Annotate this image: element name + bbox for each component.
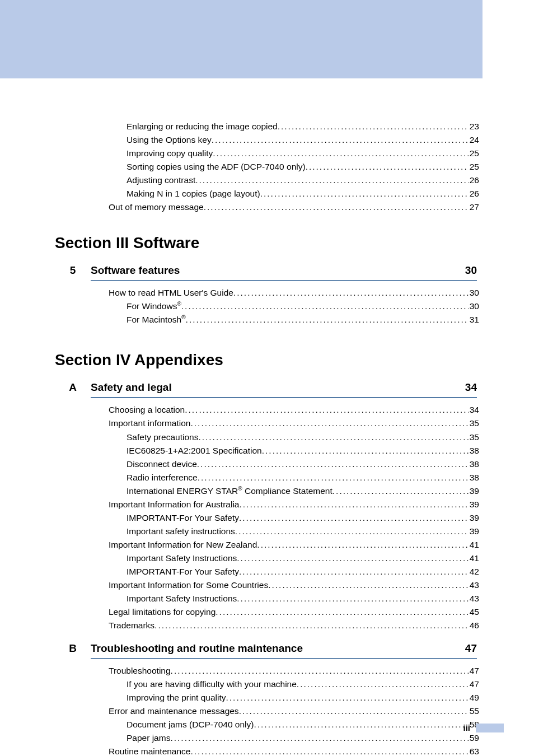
toc-top-row[interactable]: Enlarging or reducing the image copied 2…: [55, 120, 479, 133]
toc-leader-dots: [239, 498, 468, 511]
toc-entry-label: Out of memory message: [109, 200, 204, 214]
toc-entry-label: Important Safety Instructions: [127, 592, 237, 605]
toc-entry-label: Important Information for Some Countries: [109, 578, 268, 592]
chapter-a-page: 34: [465, 381, 479, 394]
toc-leader-dots: [237, 592, 468, 605]
toc-entry-label: Troubleshooting: [109, 664, 171, 678]
toc-entry-label: Important Information for New Zealand: [109, 538, 257, 552]
toc-entry-page: 45: [469, 605, 479, 619]
toc-entry-label: If you are having difficulty with your m…: [127, 678, 297, 691]
registered-mark: ®: [177, 301, 181, 307]
toc-entry-page: 26: [469, 174, 479, 187]
toc-secB-row[interactable]: If you are having difficulty with your m…: [55, 678, 479, 691]
toc-entry-label: Radio interference: [127, 471, 198, 484]
toc-secA-row[interactable]: Important Safety Instructions 43: [55, 592, 479, 605]
toc-leader-dots: [204, 200, 469, 214]
toc-secB-row[interactable]: Paper jams 59: [55, 731, 479, 745]
toc-entry-page: 39: [469, 525, 479, 538]
toc-top-row[interactable]: Improving copy quality 25: [55, 147, 479, 160]
toc-entry-page: 30: [469, 300, 479, 313]
toc-leader-dots: [213, 147, 469, 160]
toc-secA-row[interactable]: IEC60825-1+A2:2001 Specification 38: [55, 444, 479, 458]
toc-entry-page: 38: [469, 471, 479, 484]
toc-leader-dots: [306, 160, 469, 174]
toc-chapter-a: Choosing a location 34Important informat…: [55, 403, 479, 632]
toc-entry-page: 34: [469, 403, 479, 417]
toc-top-row[interactable]: Adjusting contrast 26: [55, 174, 479, 187]
toc-entry-page: 47: [469, 678, 479, 691]
toc-secA-row[interactable]: Safety precautions 35: [55, 431, 479, 444]
toc-entry-label: For Macintosh®: [127, 313, 186, 326]
toc-leader-dots: [262, 444, 469, 458]
toc-top-row[interactable]: Out of memory message 27: [55, 200, 479, 214]
toc-leader-dots: [197, 458, 469, 471]
toc-leader-dots: [235, 525, 469, 538]
toc-secA-row[interactable]: IMPORTANT-For Your Safety 39: [55, 511, 479, 525]
toc-entry-page: 39: [469, 498, 479, 511]
toc-entry-page: 24: [469, 133, 479, 147]
toc-entry-label: Important Safety Instructions: [127, 552, 237, 565]
toc-secA-row[interactable]: Disconnect device 38: [55, 458, 479, 471]
page-number: iii: [463, 723, 470, 732]
chapter-a-number: A: [55, 381, 91, 394]
toc-secA-row[interactable]: Important Safety Instructions 41: [55, 552, 479, 565]
toc-top-row[interactable]: Making N in 1 copies (page layout) 26: [55, 187, 479, 200]
toc-leader-dots: [170, 731, 468, 745]
toc-entry-page: 25: [469, 147, 479, 160]
toc-leader-dots: [332, 484, 469, 498]
toc-entry-label: Improving copy quality: [127, 147, 213, 160]
toc-section-3: How to read HTML User's Guide 30For Wind…: [55, 286, 479, 326]
toc-sec3-row[interactable]: For Macintosh® 31: [55, 313, 479, 326]
toc-secA-row[interactable]: Important information 35: [55, 417, 479, 430]
toc-secA-row[interactable]: IMPORTANT-For Your Safety 42: [55, 565, 479, 578]
toc-entry-page: 35: [469, 431, 479, 444]
toc-sec3-row[interactable]: How to read HTML User's Guide 30: [55, 286, 479, 300]
toc-secA-row[interactable]: Trademarks 46: [55, 619, 479, 632]
toc-secA-row[interactable]: Important Information for New Zealand 41: [55, 538, 479, 552]
chapter-5-page: 30: [465, 264, 479, 277]
toc-secA-row[interactable]: Important safety instructions 39: [55, 525, 479, 538]
toc-secA-row[interactable]: Legal limitations for copying 45: [55, 605, 479, 619]
section-3-title: Section III Software: [55, 234, 479, 252]
toc-secA-row[interactable]: Important Information for Some Countries…: [55, 578, 479, 592]
toc-leader-dots: [239, 511, 469, 525]
toc-secA-row[interactable]: Choosing a location 34: [55, 403, 479, 417]
toc-secB-row[interactable]: Improving the print quality 49: [55, 691, 479, 704]
toc-entry-page: 39: [469, 484, 479, 498]
toc-sec3-row[interactable]: For Windows® 30: [55, 300, 479, 313]
toc-top-row[interactable]: Using the Options key 24: [55, 133, 479, 147]
toc-entry-label: Important Information for Australia: [109, 498, 239, 511]
toc-chapter-b: Troubleshooting 47If you are having diff…: [55, 664, 479, 756]
toc-leader-dots: [154, 619, 469, 632]
toc-entry-label: Using the Options key: [127, 133, 212, 147]
toc-entry-page: 38: [469, 458, 479, 471]
toc-secA-row[interactable]: International ENERGY STAR® Compliance St…: [55, 484, 479, 498]
toc-secA-row[interactable]: Radio interference 38: [55, 471, 479, 484]
toc-leader-dots: [239, 565, 469, 578]
toc-leader-dots: [297, 678, 469, 691]
toc-leader-dots: [181, 300, 469, 313]
toc-top: Enlarging or reducing the image copied 2…: [55, 120, 479, 214]
toc-secB-row[interactable]: Routine maintenance 63: [55, 745, 479, 756]
toc-secA-row[interactable]: Important Information for Australia 39: [55, 498, 479, 511]
toc-entry-page: 59: [469, 731, 479, 745]
toc-leader-dots: [198, 471, 469, 484]
toc-entry-label: Choosing a location: [109, 403, 185, 417]
toc-entry-label: Safety precautions: [127, 431, 198, 444]
toc-entry-label: International ENERGY STAR® Compliance St…: [127, 484, 332, 498]
toc-top-row[interactable]: Sorting copies using the ADF (DCP-7040 o…: [55, 160, 479, 174]
toc-entry-label: Enlarging or reducing the image copied: [127, 120, 278, 133]
chapter-5-header: 5 Software features 30: [55, 264, 479, 277]
toc-entry-page: 46: [469, 619, 479, 632]
toc-entry-page: 63: [469, 745, 479, 756]
toc-leader-dots: [278, 120, 469, 133]
toc-entry-label: Paper jams: [127, 731, 170, 745]
chapter-b-title: Troubleshooting and routine maintenance: [91, 642, 465, 655]
toc-entry-page: 55: [469, 704, 479, 718]
toc-secB-row[interactable]: Troubleshooting 47: [55, 664, 479, 678]
toc-leader-dots: [268, 578, 469, 592]
toc-entry-label: Making N in 1 copies (page layout): [127, 187, 260, 200]
toc-secB-row[interactable]: Error and maintenance messages 55: [55, 704, 479, 718]
toc-leader-dots: [185, 403, 469, 417]
toc-entry-page: 41: [469, 538, 479, 552]
